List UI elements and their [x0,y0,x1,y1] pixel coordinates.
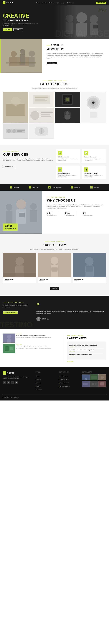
gallery-thumb-3[interactable] [98,374,106,380]
svg-rect-49 [17,130,24,131]
gallery-thumb-4[interactable] [82,381,90,387]
view-all-button[interactable]: VIEW ALL [50,287,59,290]
svg-rect-11 [10,57,17,66]
why-counter-badge: 200 K Happy Customer [3,224,18,231]
team-role-1: Designer [4,280,35,281]
about-button[interactable]: ABOUT US [3,28,12,31]
service-title-seo: SEO Experience [58,156,78,158]
social-twitter[interactable]: t [7,381,10,384]
why-content: WHY CHOOSE US WHY CHOOSE US Lorem ipsum … [42,190,109,234]
svg-rect-15 [29,57,35,66]
gallery-thumb-6[interactable] [98,381,106,387]
svg-rect-85 [10,347,13,350]
why-section: 200 K Happy Customer WHY CHOOSE US WHY C… [0,190,109,234]
svg-point-69 [50,257,58,265]
nav-project[interactable]: Project [56,2,59,4]
news-date-2: Jan 08, 2024 [16,344,61,345]
service-card-advertising: 📢 Digital Advertising Praesent ultrices … [56,166,80,180]
news-feature-date-1: Jan 15, 2024 [69,346,104,347]
project-item[interactable] [29,108,54,123]
testimonials-left-text: Lorem ipsum dolor sit amet consectetur a… [3,304,30,308]
logo-text: AGENIC [6,2,14,4]
svg-rect-81 [7,339,11,342]
testimonials-label: WHAT CLIENT SAYS [3,302,24,303]
svg-point-29 [66,98,69,101]
svg-point-14 [29,50,35,57]
social-facebook[interactable]: f [3,381,6,384]
project-item[interactable] [3,124,28,139]
gallery-thumb-5[interactable] [90,381,98,387]
footer-service-content[interactable]: Content Marketing [59,379,68,380]
footer-link-about[interactable]: About Us [36,379,41,380]
about-text: Lorem ipsum dolor sit amet, consectetur … [47,53,104,60]
project-item[interactable] [29,92,54,107]
nav-logo[interactable]: A AGENIC [3,1,14,4]
service-text-seo: Praesent ultrices velit eu sem. Curabitu… [58,158,78,162]
partner-3: ⊕ ⊕⊕⊕ Logipsum [48,186,61,188]
footer-description: Lorem ipsum dolor sit amet, consectetur … [3,376,33,380]
footer-gallery-title: OUR GALLERY [82,371,106,373]
about-cta-button[interactable]: CLICK HERE [47,62,57,64]
news-label: LATEST NEWS [67,335,83,336]
social-youtube[interactable]: ▶ [15,381,18,384]
nav-pages[interactable]: Pages [62,2,65,4]
news-cards: Jan 12, 2024 What Is the Future of The D… [3,334,61,353]
project-title: LATEST PROJECT [3,82,106,86]
social-icon: 📱 [84,168,88,172]
testimonial-author: Carl Porter CEO & Founder [36,316,104,321]
footer-link-contact[interactable]: Contact Us [36,390,42,390]
view-testimonials-button[interactable]: VIEW TESTIMONIALS [3,312,18,314]
footer-logo-icon: A [3,371,6,374]
nav-links: Home About Us Services Project Pages Con… [36,2,73,4]
svg-rect-61 [6,211,12,223]
news-read-more[interactable]: CLICK HERE [67,361,106,362]
stat-label-experience: Years of Experience [83,215,92,216]
footer-service-social[interactable]: Social Media Planner [59,386,70,387]
news-feature-date-2: Jan 10, 2024 [69,351,104,352]
view-services-button[interactable]: VIEW SERVICES [3,165,15,168]
project-item[interactable] [55,108,80,123]
project-item[interactable] [55,92,80,107]
news-right: LATEST NEWS LATEST NEWS Lorem ipsum dolo… [64,334,106,362]
footer-gallery [82,374,106,387]
news-left: Jan 12, 2024 What Is the Future of The D… [3,334,61,362]
gallery-thumb-2[interactable] [90,374,98,380]
about-green-bar [0,39,1,73]
footer-services-title: OUR SERVICES [59,371,79,373]
footer-service-seo[interactable]: SEO Experience [59,376,68,376]
team-button[interactable]: OUR TEAM [14,28,23,31]
svg-point-80 [7,335,11,339]
project-item[interactable] [3,92,28,123]
footer-link-home[interactable]: Home [36,376,40,376]
service-card-content: 📝 Content Marketing Praesent ultrices ve… [82,149,106,163]
svg-point-65 [16,257,24,266]
nav-services[interactable]: Services [49,2,54,4]
news-feature-title-1: Lorem ipsum dolor sit amet consectetur a… [69,344,104,346]
news-title-1: What Is the Future of The Digital Agency… [16,335,61,336]
stat-customers: 20 K Satisfied Customers [47,212,59,216]
nav-cta-button[interactable]: GET STARTED [96,2,106,4]
nav-contact[interactable]: Contact Us [67,2,73,4]
about-label: ABOUT US [47,44,63,47]
news-title-2: How to Get High-Paying SEO Client - Face… [16,345,61,347]
about-title: ABOUT US [47,47,104,51]
footer-link-services[interactable]: Services [36,382,41,384]
service-card-seo: 🔍 SEO Experience Praesent ultrices velit… [56,149,80,163]
nav-home[interactable]: Home [36,2,40,4]
seo-icon: 🔍 [58,151,62,155]
gallery-thumb-1[interactable] [82,374,90,380]
footer-bottom: © 2024 Agenic. All Rights Reserved. [3,395,106,398]
project-subtitle: Lorem ipsum dolor sit amet, consectetur … [3,88,106,89]
nav-about[interactable]: About Us [42,2,47,4]
project-item[interactable] [29,124,54,139]
why-text: Lorem ipsum dolor sit amet, consectetur … [47,204,104,209]
project-item[interactable] [81,92,106,123]
social-linkedin[interactable]: in [11,381,14,384]
footer-link-projects[interactable]: Projects [36,386,40,387]
services-text: Lorem ipsum dolor sit amet, consectetur … [3,158,53,162]
footer-top: A Agenic Lorem ipsum dolor sit amet, con… [3,371,106,395]
footer-service-digital[interactable]: Digital Advertising [59,382,68,384]
team-photo-2 [38,253,71,277]
team-info-3: Team Member Manager [73,277,106,283]
svg-rect-59 [19,212,25,217]
